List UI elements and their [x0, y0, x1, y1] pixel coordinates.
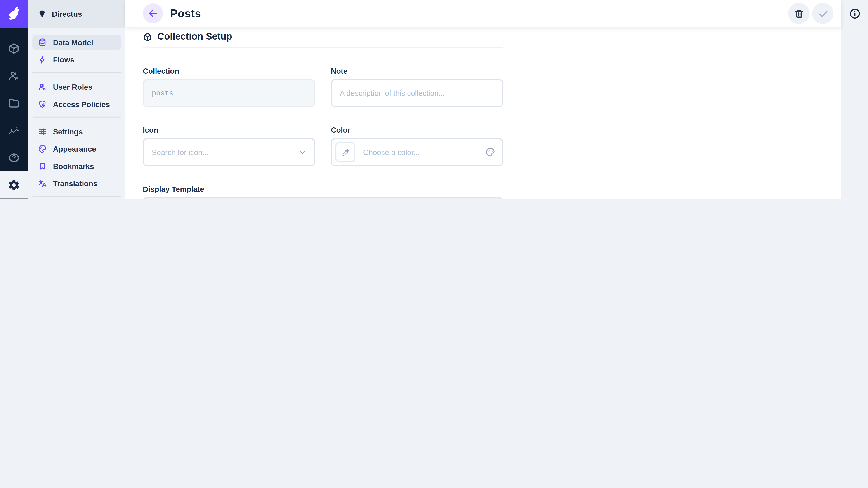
module-bar [0, 0, 28, 199]
settings-gear-icon [8, 179, 20, 191]
save-button-disabled[interactable] [812, 3, 833, 24]
field-color: Color [331, 126, 503, 166]
icon-search-input[interactable] [144, 139, 314, 165]
page-header: Posts [125, 0, 841, 27]
sidebar-item-label: Flows [53, 56, 74, 64]
header-actions [788, 3, 833, 24]
back-button[interactable] [143, 3, 163, 24]
help-icon [8, 151, 20, 164]
module-users[interactable] [0, 62, 28, 89]
display-template-input-wrap [143, 197, 503, 199]
nav-list: Data Model Flows [28, 28, 125, 199]
save-check-icon [817, 7, 829, 19]
project-name: Directus [52, 10, 82, 18]
info-icon [849, 8, 861, 20]
field-icon: Icon [143, 126, 315, 166]
sidebar-item-access-policies[interactable]: Access Policies [32, 96, 121, 112]
field-label: Icon [143, 126, 315, 134]
module-files[interactable] [0, 89, 28, 117]
sidebar-item-label: Bookmarks [53, 162, 94, 170]
people-icon [38, 83, 47, 91]
note-input[interactable] [332, 80, 502, 106]
module-help[interactable] [0, 144, 28, 171]
module-list [0, 35, 28, 199]
nav-divider [32, 117, 121, 118]
note-input-wrap [331, 79, 503, 107]
sidebar-item-bookmarks[interactable]: Bookmarks [32, 158, 121, 174]
collection-input-wrap [143, 79, 315, 107]
field-label: Collection [143, 67, 315, 75]
app-window: Directus Data Model [0, 0, 868, 199]
database-icon [38, 38, 47, 47]
project-gem-icon [37, 9, 47, 19]
files-folder-icon [8, 97, 20, 109]
palette-icon[interactable] [485, 147, 495, 157]
eyedropper-icon [341, 148, 350, 157]
nav-divider [32, 196, 121, 197]
sidebar-item-label: User Roles [53, 83, 92, 91]
shield-lock-icon [38, 100, 47, 109]
sidebar-item-label: Translations [53, 179, 97, 188]
module-content[interactable] [0, 35, 28, 62]
directus-rabbit-icon [6, 6, 22, 22]
right-sidebar-bar [841, 0, 868, 199]
sidebar-item-label: Appearance [53, 144, 96, 153]
tune-sliders-icon [38, 127, 47, 136]
chevron-down-icon[interactable] [297, 147, 307, 157]
sidebar-item-flows[interactable]: Flows [32, 52, 121, 68]
color-input-wrap [331, 138, 503, 166]
translate-icon [38, 179, 47, 188]
display-template-input[interactable] [144, 199, 502, 199]
field-display-template: Display Template [143, 185, 503, 199]
field-collection: Collection [143, 67, 315, 107]
delete-trash-icon [794, 8, 804, 19]
sidebar-item-user-roles[interactable]: User Roles [32, 79, 121, 95]
module-settings[interactable] [0, 171, 28, 199]
module-insights[interactable] [0, 117, 28, 144]
field-label: Display Template [143, 185, 503, 193]
section-collection-setup: Collection Setup [143, 31, 503, 42]
sidebar-item-data-model[interactable]: Data Model [32, 35, 121, 50]
sidebar-item-label: Data Model [53, 38, 93, 46]
palette-icon [38, 144, 47, 153]
main-area: Posts [125, 0, 841, 199]
settings-nav-sidebar: Directus Data Model [28, 0, 125, 199]
eyedropper-button[interactable] [335, 142, 355, 162]
page-content: Collection Setup Collection Note [125, 27, 841, 199]
bolt-icon [38, 55, 47, 64]
field-label: Note [331, 67, 503, 75]
box-cube-icon [143, 32, 152, 41]
sidebar-item-label: Settings [53, 127, 83, 136]
users-icon [8, 69, 20, 82]
icon-select[interactable] [143, 138, 315, 166]
section-divider [143, 47, 503, 48]
content-cube-icon [8, 42, 20, 54]
directus-logo[interactable] [0, 0, 28, 28]
sidebar-item-appearance[interactable]: Appearance [32, 141, 121, 157]
page-title: Posts [170, 7, 201, 20]
arrow-left-icon [147, 8, 158, 19]
project-header[interactable]: Directus [28, 0, 125, 28]
bookmark-icon [38, 162, 47, 170]
collection-input[interactable] [144, 80, 314, 106]
insights-icon [8, 124, 20, 136]
color-input[interactable] [355, 139, 502, 165]
delete-button[interactable] [788, 3, 809, 24]
field-note: Note [331, 67, 503, 107]
sidebar-item-label: Access Policies [53, 100, 110, 108]
sidebar-item-settings[interactable]: Settings [32, 124, 121, 139]
field-label: Color [331, 126, 503, 134]
sidebar-item-translations[interactable]: Translations [32, 175, 121, 191]
section-title: Collection Setup [157, 31, 232, 42]
sidebar-info-button[interactable] [849, 8, 861, 20]
nav-divider [32, 72, 121, 73]
